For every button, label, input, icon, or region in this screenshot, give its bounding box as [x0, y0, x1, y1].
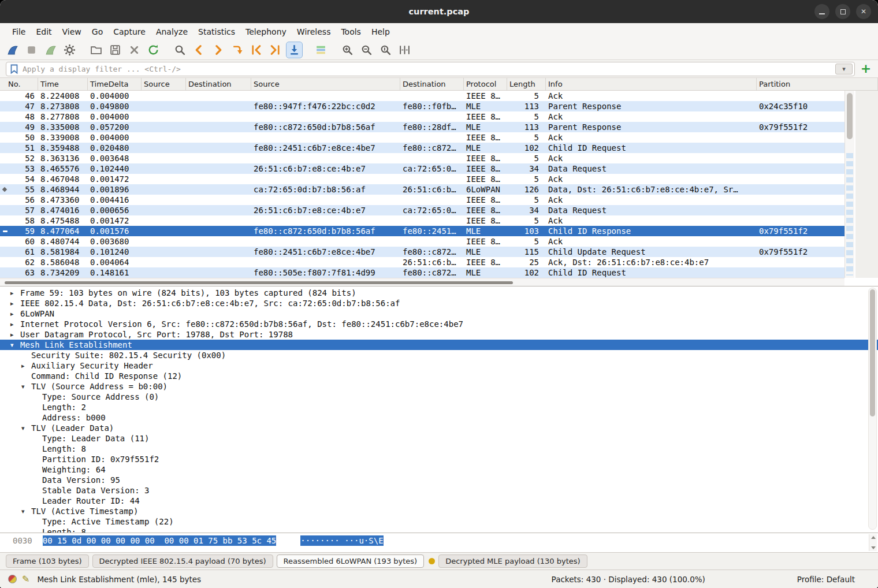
zoom-in-icon[interactable] [340, 42, 355, 58]
save-file-icon[interactable] [107, 42, 123, 58]
packet-row[interactable]: 498.3350080.057200fe80::c872:650d:b7b8:5… [0, 122, 844, 132]
packet-row[interactable]: 488.2778080.004000IEEE 8…5Ack [0, 111, 844, 122]
packet-row[interactable]: 588.4754880.001472IEEE 8…5Ack [0, 215, 844, 226]
packet-list-hscrollbar[interactable] [0, 278, 844, 286]
collapsed-arrow-icon[interactable]: ▸ [9, 289, 20, 297]
reload-icon[interactable] [146, 42, 161, 58]
maximize-button[interactable] [835, 4, 850, 19]
packet-row[interactable]: 538.4655760.10244026:51:c6:b7:e8:ce:4b:e… [0, 163, 844, 174]
detail-line[interactable]: ▸User Datagram Protocol, Src Port: 19788… [0, 329, 878, 340]
collapsed-arrow-icon[interactable]: ▸ [20, 362, 31, 370]
status-profile[interactable]: Profile: Default [797, 575, 855, 584]
hscrollbar-thumb[interactable] [5, 281, 513, 284]
packet-row[interactable]: 508.3390080.004000IEEE 8…5Ack [0, 132, 844, 143]
open-file-icon[interactable] [88, 42, 104, 58]
column-header-length-8[interactable]: Length [507, 78, 546, 90]
detail-line[interactable]: Type: Leader Data (11) [0, 433, 878, 444]
detail-line[interactable]: Stable Data Version: 3 [0, 485, 878, 496]
packet-row[interactable]: 598.4770640.001576fe80::c872:650d:b7b8:5… [0, 226, 844, 236]
detail-line[interactable]: ▸6LoWPAN [0, 308, 878, 319]
menu-item-statistics[interactable]: Statistics [193, 25, 240, 38]
column-header-destination-4[interactable]: Destination [186, 78, 251, 90]
collapsed-arrow-icon[interactable]: ▸ [9, 331, 20, 338]
detail-line[interactable]: ▾TLV (Source Address = b0:00) [0, 381, 878, 392]
packet-list-scrollbar-thumb[interactable] [847, 93, 853, 139]
resize-columns-icon[interactable] [397, 42, 412, 58]
find-packet-icon[interactable] [172, 42, 188, 58]
go-to-packet-icon[interactable] [229, 42, 245, 58]
detail-line[interactable]: Type: Active Timestamp (22) [0, 516, 878, 527]
packet-row[interactable]: 558.4689440.001896ca:72:65:0d:b7:b8:56:a… [0, 184, 844, 195]
column-header-protocol-7[interactable]: Protocol [464, 78, 507, 90]
capture-options-icon[interactable] [62, 42, 77, 58]
byte-view-tab[interactable]: Frame (103 bytes) [6, 554, 89, 568]
display-filter-input[interactable] [19, 65, 835, 73]
menu-item-help[interactable]: Help [366, 25, 395, 38]
detail-line[interactable]: Weighting: 64 [0, 464, 878, 475]
detail-line[interactable]: Data Version: 95 [0, 475, 878, 485]
expanded-arrow-icon[interactable]: ▾ [20, 508, 31, 515]
detail-line[interactable]: ▸Frame 59: 103 bytes on wire (824 bits),… [0, 288, 878, 298]
column-header-source-3[interactable]: Source [142, 78, 186, 90]
restart-capture-icon[interactable] [43, 42, 58, 58]
detail-line[interactable]: Length: 8 [0, 527, 878, 533]
minimize-button[interactable] [814, 4, 829, 19]
packet-row[interactable]: 578.4740160.00065626:51:c6:b7:e8:ce:4b:e… [0, 205, 844, 215]
detail-line[interactable]: Length: 2 [0, 402, 878, 412]
start-capture-icon[interactable] [5, 42, 20, 58]
packet-row[interactable]: 608.4807440.003680IEEE 8…5Ack [0, 236, 844, 247]
hex-bytes[interactable]: 00 15 0d 00 00 00 00 00 00 00 01 75 bb 5… [43, 535, 277, 546]
filter-bookmark-icon[interactable] [10, 64, 18, 74]
hex-line[interactable]: 003000 15 0d 00 00 00 00 00 00 00 01 75 … [13, 536, 878, 545]
column-header-info-9[interactable]: Info [546, 78, 757, 90]
column-header-timedelta-2[interactable]: TimeDelta [88, 78, 142, 90]
collapsed-arrow-icon[interactable]: ▸ [9, 310, 20, 318]
title-bar[interactable]: current.pcap [0, 0, 878, 23]
detail-line[interactable]: ▸IEEE 802.15.4 Data, Dst: 26:51:c6:b7:e8… [0, 298, 878, 308]
zoom-100-icon[interactable] [378, 42, 393, 58]
detail-line[interactable]: Security Suite: 802.15.4 Security (0x00) [0, 350, 878, 360]
column-header-source-5[interactable]: Source [251, 78, 400, 90]
byte-view-tab[interactable]: Reassembled 6LoWPAN (193 bytes) [277, 554, 425, 568]
scroll-up-icon[interactable] [871, 536, 876, 539]
detail-line[interactable]: ▾TLV (Active Timestamp) [0, 506, 878, 516]
byte-view-tab[interactable]: Decrypted MLE payload (130 bytes) [438, 554, 587, 568]
first-packet-icon[interactable] [248, 42, 264, 58]
zoom-out-icon[interactable] [359, 42, 374, 58]
packet-row[interactable]: 628.5860480.00406426:51:c6:b…IEEE 8…25Ac… [0, 257, 844, 267]
go-back-icon[interactable] [191, 42, 207, 58]
collapsed-arrow-icon[interactable]: ▸ [9, 321, 20, 328]
column-header-destination-6[interactable]: Destination [400, 78, 464, 90]
last-packet-icon[interactable] [267, 42, 283, 58]
detail-line[interactable]: Leader Router ID: 44 [0, 496, 878, 506]
detail-line[interactable]: Command: Child ID Response (12) [0, 371, 878, 381]
packet-row[interactable]: 638.7342090.148161fe80::505e:f807:7f81:4… [0, 267, 844, 278]
packet-row[interactable]: 568.4733600.004416IEEE 8…5Ack [0, 195, 844, 205]
detail-line[interactable]: Address: b000 [0, 412, 878, 423]
close-button[interactable] [856, 4, 871, 19]
expert-info-icon[interactable] [8, 575, 17, 583]
menu-item-analyze[interactable]: Analyze [151, 25, 193, 38]
column-header-no-0[interactable]: No. [0, 78, 38, 90]
byte-view-tab[interactable]: Decrypted IEEE 802.15.4 payload (70 byte… [92, 554, 273, 568]
menu-item-capture[interactable]: Capture [108, 25, 151, 38]
packet-row[interactable]: 618.5819840.101240fe80::2451:c6b7:e8ce:4… [0, 247, 844, 257]
collapsed-arrow-icon[interactable]: ▸ [9, 300, 20, 307]
detail-line[interactable]: ▾TLV (Leader Data) [0, 423, 878, 433]
packet-row[interactable]: 468.2240080.004000IEEE 8…5Ack [0, 91, 844, 101]
detail-line[interactable]: Type: Source Address (0) [0, 392, 878, 402]
close-file-icon[interactable] [127, 42, 142, 58]
menu-item-edit[interactable]: Edit [31, 25, 57, 38]
auto-scroll-icon[interactable] [287, 42, 302, 58]
expanded-arrow-icon[interactable]: ▾ [20, 383, 31, 390]
packet-row[interactable]: 518.3594880.020480fe80::2451:c6b7:e8ce:4… [0, 143, 844, 153]
packet-row[interactable]: 478.2738080.049800fe80::947f:f476:22bc:c… [0, 101, 844, 111]
stop-capture-icon[interactable] [24, 42, 39, 58]
menu-item-wireless[interactable]: Wireless [292, 25, 336, 38]
detail-scrollbar-thumb[interactable] [870, 289, 875, 416]
go-forward-icon[interactable] [210, 42, 226, 58]
detail-scrollbar[interactable] [868, 288, 877, 530]
scroll-down-icon[interactable] [871, 546, 876, 549]
packet-row[interactable]: 528.3631360.003648IEEE 8…5Ack [0, 153, 844, 163]
expanded-arrow-icon[interactable]: ▾ [20, 425, 31, 432]
